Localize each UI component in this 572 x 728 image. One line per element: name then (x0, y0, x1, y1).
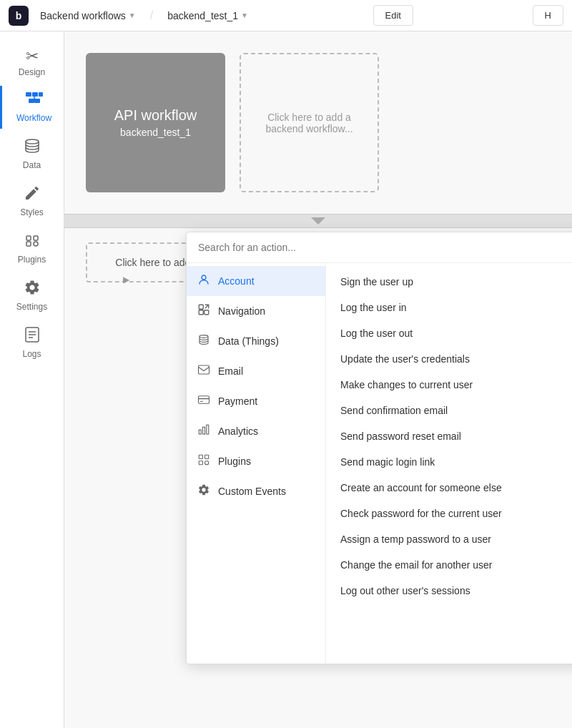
action-item-1[interactable]: Log the user in (326, 295, 572, 320)
workflow-card-empty-text: Click here to add a backend workflow... (255, 112, 363, 134)
sidebar-item-label-workflow: Workflow (16, 113, 51, 123)
design-icon: ✂ (26, 49, 39, 64)
settings-icon (24, 279, 41, 299)
plugins-cat-icon (197, 453, 211, 469)
category-label-navigation: Navigation (218, 305, 265, 317)
category-item-custom-events[interactable]: Custom Events (187, 476, 325, 506)
action-item-8[interactable]: Create an account for someone else (326, 475, 572, 501)
action-item-7[interactable]: Send magic login link (326, 449, 572, 475)
svg-rect-23 (199, 396, 209, 404)
workflow-card-empty[interactable]: Click here to add a backend workflow... (240, 53, 379, 192)
app-logo: b (9, 6, 29, 26)
workflow-cards-section: API workflow backend_test_1 Click here t… (64, 31, 572, 214)
svg-point-21 (199, 335, 208, 338)
category-label-email: Email (218, 365, 243, 377)
svg-point-17 (202, 275, 206, 280)
dropdown-body: Account Navigation (187, 263, 572, 664)
sidebar-item-label-design: Design (19, 67, 45, 77)
category-item-payment[interactable]: Payment (187, 386, 325, 416)
category-item-email[interactable]: Email (187, 356, 325, 386)
sidebar-item-data[interactable]: Data (4, 132, 61, 176)
workflow-name-chevron-icon: ▼ (241, 11, 248, 19)
content-area: API workflow backend_test_1 Click here t… (64, 31, 572, 728)
svg-rect-19 (199, 310, 203, 315)
action-item-5[interactable]: Send confirmation email (326, 398, 572, 423)
scroll-divider (64, 214, 572, 228)
app-name-chevron-icon: ▼ (129, 11, 136, 19)
sidebar-item-label-settings: Settings (16, 302, 47, 312)
svg-rect-29 (199, 455, 202, 458)
category-item-data[interactable]: Data (Things) (187, 326, 325, 356)
navigation-icon (197, 303, 211, 319)
action-item-4[interactable]: Make changes to current user (326, 372, 572, 398)
app-name-label: Backend workflows (40, 10, 126, 21)
search-input[interactable] (198, 242, 572, 253)
app-name-dropdown[interactable]: Backend workflows ▼ (34, 7, 142, 24)
action-item-10[interactable]: Assign a temp password to a user (326, 526, 572, 552)
workflow-card-subtitle: backend_test_1 (120, 127, 191, 138)
svg-rect-22 (199, 365, 209, 374)
action-item-6[interactable]: Send password reset email (326, 423, 572, 449)
svg-point-12 (34, 242, 38, 246)
dropdown-search-area[interactable] (187, 232, 572, 263)
payment-icon (197, 393, 211, 409)
svg-rect-11 (26, 242, 31, 246)
scroll-triangle-icon (311, 217, 325, 225)
svg-rect-20 (204, 310, 209, 315)
plugins-icon (24, 232, 41, 252)
category-label-account: Account (218, 275, 255, 287)
logs-icon (24, 326, 40, 346)
svg-rect-10 (34, 236, 38, 240)
workflow-name-dropdown[interactable]: backend_test_1 ▼ (162, 7, 254, 24)
action-item-9[interactable]: Check password for the current user (326, 501, 572, 526)
svg-point-8 (26, 139, 39, 144)
main-layout: ✂ Design Workflow (0, 31, 572, 728)
help-button[interactable]: H (533, 5, 563, 26)
sidebar-item-workflow[interactable]: Workflow (0, 86, 64, 129)
sidebar-item-logs[interactable]: Logs (4, 320, 61, 365)
action-item-11[interactable]: Change the email for another user (326, 552, 572, 578)
topbar-separator: / (150, 9, 153, 22)
custom-events-icon (197, 483, 211, 499)
category-item-account[interactable]: Account (187, 266, 325, 296)
email-icon (197, 363, 211, 379)
sidebar-item-styles[interactable]: Styles (4, 179, 61, 223)
svg-point-32 (205, 461, 209, 465)
svg-rect-26 (199, 430, 201, 434)
category-item-analytics[interactable]: Analytics (187, 416, 325, 446)
svg-rect-2 (39, 92, 43, 97)
action-item-3[interactable]: Update the user's credentials (326, 346, 572, 372)
account-icon (197, 273, 211, 289)
svg-rect-31 (199, 461, 202, 465)
sidebar-collapse-arrow-icon[interactable]: ▶ (123, 275, 129, 285)
category-label-plugins: Plugins (218, 456, 251, 467)
svg-rect-18 (199, 305, 203, 309)
sidebar-item-label-styles: Styles (20, 207, 44, 217)
data-things-icon (197, 333, 211, 349)
edit-button[interactable]: Edit (373, 5, 413, 26)
svg-rect-9 (26, 236, 31, 240)
sidebar-item-plugins[interactable]: Plugins (4, 226, 61, 270)
action-item-0[interactable]: Sign the user up (326, 269, 572, 295)
data-icon (24, 137, 41, 157)
svg-rect-27 (203, 427, 205, 434)
dropdown-categories: Account Navigation (187, 263, 326, 664)
sidebar-item-label-data: Data (23, 160, 41, 170)
category-item-navigation[interactable]: Navigation (187, 296, 325, 326)
workflow-card-active[interactable]: API workflow backend_test_1 (86, 53, 225, 192)
sidebar: ✂ Design Workflow (0, 31, 64, 728)
category-label-custom-events: Custom Events (218, 486, 286, 497)
action-item-2[interactable]: Log the user out (326, 320, 572, 346)
action-item-12[interactable]: Log out other user's sessions (326, 578, 572, 604)
category-item-plugins[interactable]: Plugins (187, 446, 325, 476)
sidebar-item-label-logs: Logs (22, 349, 41, 359)
svg-rect-0 (26, 92, 31, 97)
svg-rect-1 (32, 92, 38, 97)
category-label-data: Data (Things) (218, 335, 279, 347)
analytics-icon (197, 423, 211, 439)
action-dropdown: Account Navigation (186, 232, 572, 664)
sidebar-item-design[interactable]: ✂ Design (4, 43, 61, 83)
dropdown-actions-list: Sign the user up Log the user in Log the… (326, 263, 572, 664)
workflow-icon (25, 92, 44, 110)
sidebar-item-settings[interactable]: Settings (4, 273, 61, 318)
